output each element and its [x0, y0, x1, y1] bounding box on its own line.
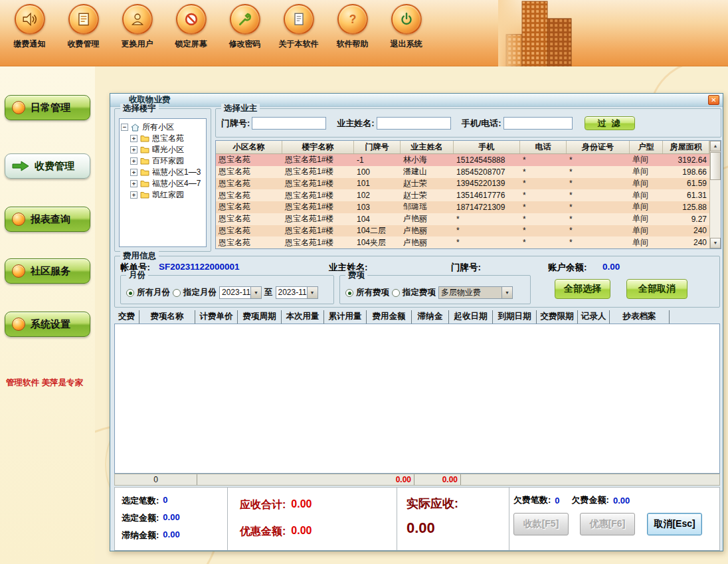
tree-expand-icon[interactable]: +	[130, 191, 137, 199]
tree-expand-icon[interactable]: +	[130, 180, 137, 187]
tree-expand-icon[interactable]: +	[130, 157, 137, 165]
phone-input[interactable]	[503, 117, 573, 130]
owner-table-row-1[interactable]: 恩宝名苑恩宝名苑1#楼100潘建山18545208707**单间198.66	[216, 166, 709, 178]
discount-button[interactable]: 优惠[F6]	[580, 513, 635, 535]
month-to-select[interactable]: 2023-11 ▼	[276, 286, 318, 299]
owner-cell: *	[567, 203, 630, 212]
owner-cell: *	[454, 226, 520, 235]
fee-table-body[interactable]	[114, 324, 720, 474]
owner-table-scrollbar[interactable]: ▲ ▼	[709, 141, 721, 248]
owner-table-row-0[interactable]: 恩宝名苑恩宝名苑1#楼-1林小海15124545888**单间3192.64	[216, 154, 709, 166]
fee-col-header-8: 起收日期	[449, 310, 493, 324]
tree-node-5[interactable]: +凯红家园	[121, 189, 205, 201]
power-icon	[391, 4, 422, 35]
scrollbar-thumb[interactable]	[710, 152, 721, 180]
specify-month-radio[interactable]	[173, 289, 181, 297]
owner-cell: *	[454, 238, 520, 247]
owner-cell: 单间	[630, 178, 663, 189]
owner-table-row-4[interactable]: 恩宝名苑恩宝名苑1#楼103邹璐瑶18714721309**单间125.88	[216, 201, 709, 213]
sidebar-item-daily-management[interactable]: 日常管理	[5, 95, 90, 120]
owner-cell: *	[520, 155, 567, 165]
tree-node-root[interactable]: −所有小区	[121, 122, 205, 133]
window-titlebar[interactable]: 收取物业费 ✕	[110, 94, 723, 107]
scroll-up-icon[interactable]: ▲	[710, 141, 721, 151]
toolbar-button-software-help[interactable]: ?软件帮助	[325, 3, 379, 50]
sidebar-item-system-settings[interactable]: 系统设置	[5, 312, 90, 337]
chevron-down-icon: ▼	[501, 287, 512, 298]
fee-item-select[interactable]: 多层物业费 ▼	[438, 286, 513, 299]
sidebar-label-community-service: 社区服务	[31, 265, 70, 278]
owner-table-row-3[interactable]: 恩宝名苑恩宝名苑1#楼102赵士荣13514617776**单间61.31	[216, 189, 709, 201]
toolbar-button-exit-system[interactable]: 退出系统	[379, 3, 433, 50]
owner-cell: 赵士荣	[401, 178, 454, 189]
owner-col-header-0: 小区名称	[216, 141, 282, 153]
sidebar-item-report-query[interactable]: 报表查询	[5, 207, 90, 232]
sidebar-item-community-service[interactable]: 社区服务	[5, 258, 90, 284]
owner-table-row-6[interactable]: 恩宝名苑恩宝名苑1#楼104二层卢艳丽***单间240	[216, 225, 709, 237]
filter-button[interactable]: 过 滤	[585, 116, 635, 130]
pay-button[interactable]: 收款[F5]	[513, 513, 569, 535]
toolbar-button-lock-screen[interactable]: 锁定屏幕	[164, 3, 218, 50]
tree-collapse-icon[interactable]: −	[121, 124, 128, 131]
toolbar-label-about-software: 关于本软件	[272, 39, 325, 50]
toolbar-button-change-password[interactable]: 修改密码	[218, 3, 272, 50]
toolbar-button-fee-management[interactable]: 收费管理	[56, 3, 110, 50]
tree-node-label: 曙光小区	[152, 144, 184, 155]
arrears-amount-value: 0.00	[613, 496, 630, 506]
owner-cell: 104二层	[354, 225, 401, 236]
owner-cell: *	[567, 191, 630, 200]
close-icon[interactable]: ✕	[708, 95, 719, 105]
owner-cell: 恩宝名苑	[216, 237, 282, 248]
owner-name-label: 业主姓名:	[337, 118, 374, 130]
cancel-button[interactable]: 取消[Esc]	[647, 513, 702, 535]
scroll-down-icon[interactable]: ▼	[710, 238, 721, 248]
owner-cell: 15124545888	[454, 155, 520, 165]
all-fees-radio[interactable]	[345, 289, 353, 297]
owner-cell: 198.66	[663, 167, 709, 177]
folder-icon	[140, 157, 149, 165]
toolbar-button-about-software[interactable]: 关于本软件	[272, 3, 325, 50]
owner-col-header-1: 楼宇名称	[282, 141, 354, 153]
owner-table-body: 恩宝名苑恩宝名苑1#楼-1林小海15124545888**单间3192.64恩宝…	[216, 154, 709, 248]
cancel-all-button[interactable]: 全部取消	[626, 279, 687, 299]
folder-icon	[140, 180, 149, 187]
late-fee-value: 0.00	[163, 529, 179, 541]
tree-expand-icon[interactable]: +	[130, 146, 137, 153]
green-arrow-icon	[12, 161, 29, 171]
all-months-radio[interactable]	[126, 289, 134, 297]
specify-fees-radio[interactable]	[392, 289, 400, 297]
arrears-row: 欠费笔数: 0 欠费金额: 0.00	[513, 494, 630, 506]
sidebar-footer-text: 管理软件 美萍是专家	[6, 377, 83, 389]
tree-node-4[interactable]: +福慧小区4—7	[121, 178, 205, 189]
tree-node-3[interactable]: +福慧小区1—3	[121, 167, 205, 178]
specify-fees-label: 指定费项	[403, 287, 436, 298]
toolbar-label-switch-user: 更换用户	[110, 39, 164, 50]
tree-node-2[interactable]: +百环家园	[121, 155, 205, 167]
owner-table-row-7[interactable]: 恩宝名苑恩宝名苑1#楼104夹层卢艳丽***单间240	[216, 236, 709, 248]
owner-name-input[interactable]	[377, 117, 451, 130]
select-all-button[interactable]: 全部选择	[555, 279, 610, 299]
tree-expand-icon[interactable]: +	[130, 135, 137, 142]
owner-table-row-5[interactable]: 恩宝名苑恩宝名苑1#楼104卢艳丽***单间9.27	[216, 213, 709, 225]
owner-cell: 61.59	[663, 179, 709, 188]
tree-node-label: 百环家园	[152, 155, 184, 167]
sphere-icon	[12, 264, 25, 278]
owner-cell: *	[567, 155, 630, 165]
fee-item-value: 多层物业费	[439, 287, 501, 298]
owner-cell: 恩宝名苑	[216, 190, 282, 201]
owner-cell: 恩宝名苑1#楼	[282, 178, 354, 189]
toolbar-button-switch-user[interactable]: 更换用户	[110, 3, 164, 50]
owner-cell: 恩宝名苑	[216, 225, 282, 236]
sidebar-item-fee-management[interactable]: 收费管理	[5, 153, 90, 179]
owner-cell: 恩宝名苑1#楼	[282, 166, 354, 177]
tree-node-0[interactable]: +恩宝名苑	[121, 133, 205, 144]
tree-expand-icon[interactable]: +	[130, 169, 137, 176]
owner-table-row-2[interactable]: 恩宝名苑恩宝名苑1#楼101赵士荣13945220139**单间61.59	[216, 178, 709, 190]
owner-cell: 单间	[630, 154, 663, 165]
door-number-input[interactable]	[252, 117, 326, 130]
month-from-select[interactable]: 2023-11 ▼	[219, 286, 262, 299]
tree-node-1[interactable]: +曙光小区	[121, 144, 205, 155]
owner-cell: 恩宝名苑1#楼	[282, 190, 354, 201]
building-photo	[498, 0, 585, 66]
toolbar-button-payment-notice[interactable]: 缴费通知	[3, 3, 56, 50]
